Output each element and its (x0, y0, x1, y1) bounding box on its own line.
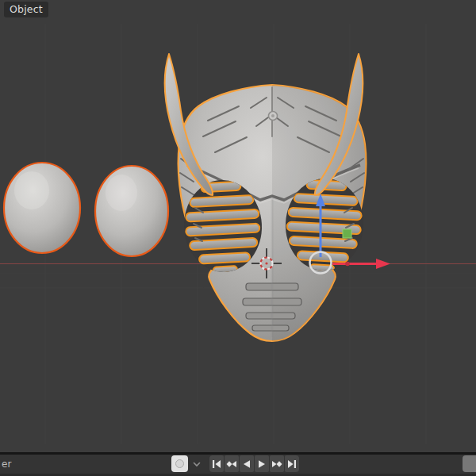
auto-key-record-icon (175, 459, 184, 468)
horned-mask-helmet[interactable] (165, 54, 367, 341)
axis-origin-dot (345, 262, 350, 267)
next-keyframe-icon (271, 459, 282, 469)
timeline-menu-partial[interactable]: er (2, 455, 11, 473)
y-axis-square-handle[interactable] (343, 229, 351, 238)
jump-to-end-button[interactable] (285, 455, 299, 472)
previous-keyframe-button[interactable] (225, 455, 239, 472)
play-reverse-button[interactable] (240, 455, 254, 472)
ovoid-lens-right[interactable] (95, 166, 168, 256)
3d-viewport[interactable]: Object (0, 0, 476, 452)
jump-to-start-button[interactable] (209, 455, 224, 472)
interaction-mode-label[interactable]: Object (4, 2, 48, 17)
blender-window: Object er (0, 0, 476, 476)
play-reverse-icon (241, 459, 252, 469)
previous-keyframe-icon (226, 459, 237, 469)
timeline-header: er (0, 455, 476, 474)
viewport-canvas (0, 0, 476, 452)
playback-controls (209, 455, 299, 472)
chevron-down-icon[interactable] (193, 461, 201, 467)
play-button[interactable] (255, 455, 269, 472)
jump-to-start-icon (211, 459, 222, 469)
next-keyframe-button[interactable] (270, 455, 284, 472)
frame-current-field-partial[interactable] (463, 455, 476, 472)
auto-key-button[interactable] (171, 455, 188, 472)
play-icon (256, 459, 267, 469)
jump-to-end-icon (286, 459, 298, 469)
ovoid-lens-left[interactable] (4, 163, 80, 253)
